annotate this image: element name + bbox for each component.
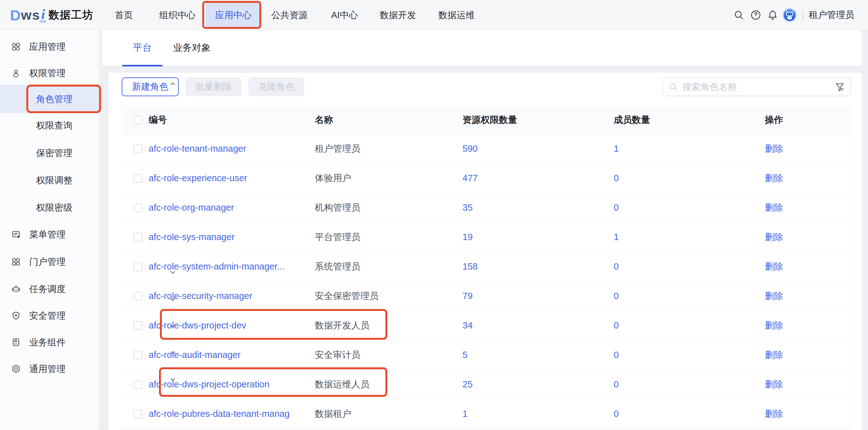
delete-link[interactable]: 删除	[765, 172, 783, 185]
sidebar-item[interactable]: 业务组件	[0, 328, 102, 356]
role-id-link[interactable]: afc-role-tenant-manager	[149, 143, 246, 154]
tab-business-object[interactable]: 业务对象	[162, 30, 221, 66]
delete-link[interactable]: 删除	[765, 378, 783, 391]
member-count-link[interactable]: 1	[614, 143, 619, 154]
role-id-link[interactable]: afc-role-security-manager	[149, 291, 252, 301]
clone-role-button[interactable]: 克隆角色	[248, 77, 304, 96]
row-checkbox[interactable]	[133, 292, 143, 301]
row-checkbox[interactable]	[133, 351, 143, 360]
sidebar-item[interactable]: 应用管理	[0, 33, 102, 61]
sidebar-item[interactable]: 菜单管理	[0, 220, 102, 249]
member-count-link[interactable]: 0	[614, 379, 619, 390]
select-all-checkbox[interactable]	[133, 115, 143, 125]
row-checkbox[interactable]	[133, 380, 143, 389]
delete-link[interactable]: 删除	[765, 201, 783, 214]
nav-item[interactable]: 数据运维	[438, 0, 475, 30]
delete-link[interactable]: 删除	[765, 408, 783, 420]
batch-delete-button[interactable]: 批量删除	[186, 77, 242, 96]
resource-count-link[interactable]: 158	[463, 261, 477, 272]
resource-count-link[interactable]: 590	[463, 143, 477, 154]
delete-link[interactable]: 删除	[765, 142, 783, 155]
sidebar-item[interactable]: 角色管理	[0, 85, 102, 113]
nav-item[interactable]: 首页	[115, 0, 133, 30]
role-id-link[interactable]: afc-role-dws-project-operation	[149, 379, 269, 390]
member-count-link[interactable]: 0	[614, 261, 619, 272]
row-checkbox[interactable]	[133, 174, 143, 183]
assistant-avatar[interactable]	[781, 0, 798, 30]
sidebar-item[interactable]: 安全管理	[0, 301, 102, 330]
member-count-link[interactable]: 0	[614, 320, 619, 331]
topbar-right: 租户管理员	[730, 0, 868, 30]
sidebar-item-label: 保密管理	[36, 139, 72, 167]
tab-platform[interactable]: 平台	[122, 30, 162, 66]
member-count-link[interactable]: 0	[614, 409, 619, 419]
chevron-down-icon	[85, 365, 92, 372]
table-header: 编号 名称 资源权限数量 成员数量 操作	[122, 106, 850, 134]
resource-count-link[interactable]: 477	[463, 173, 477, 183]
sidebar-item-label: 应用管理	[29, 33, 66, 61]
resource-count-link[interactable]: 79	[463, 291, 472, 301]
member-count-link[interactable]: 1	[614, 232, 619, 242]
resource-count-link[interactable]: 34	[463, 320, 472, 331]
role-id-link[interactable]: afc-role-sys-manager	[149, 232, 235, 242]
role-search-input[interactable]	[682, 82, 835, 92]
sidebar-item[interactable]: 权限管理	[0, 59, 102, 87]
user-role-label[interactable]: 租户管理员	[809, 9, 854, 21]
role-id-link[interactable]: afc-role-experience-user	[149, 173, 247, 183]
delete-link[interactable]: 删除	[765, 290, 783, 302]
sidebar-item[interactable]: 权限调整	[0, 166, 102, 194]
nav-item[interactable]: 公共资源	[271, 0, 308, 30]
nav-item[interactable]: 组织中心	[159, 0, 196, 30]
col-header-name: 名称	[315, 114, 333, 126]
member-count-link[interactable]: 0	[614, 173, 619, 183]
help-icon[interactable]	[747, 0, 764, 30]
role-id-link[interactable]: afc-role-audit-manager	[149, 350, 241, 360]
member-count-link[interactable]: 0	[614, 350, 619, 360]
role-search-box	[662, 77, 851, 96]
row-checkbox[interactable]	[133, 410, 143, 419]
bell-icon[interactable]	[764, 0, 781, 30]
resource-count-link[interactable]: 35	[463, 202, 472, 213]
row-checkbox[interactable]	[133, 203, 143, 212]
role-name: 数据开发人员	[315, 319, 369, 332]
filter-icon[interactable]	[835, 82, 845, 92]
robot-icon	[11, 284, 21, 294]
sidebar-item[interactable]: 权限查询	[0, 111, 102, 139]
search-icon[interactable]	[730, 0, 747, 30]
member-count-link[interactable]: 0	[614, 291, 619, 301]
nav-item[interactable]: 应用中心	[206, 2, 261, 28]
sidebar-item[interactable]: 门户管理	[0, 247, 102, 276]
sidebar-item-label: 权限调整	[36, 166, 72, 194]
row-checkbox[interactable]	[133, 233, 143, 242]
sidebar-item-label: 任务调度	[29, 275, 66, 303]
user-permission-icon	[11, 68, 21, 78]
member-count-link[interactable]: 0	[614, 202, 619, 213]
delete-link[interactable]: 删除	[765, 349, 783, 361]
resource-count-link[interactable]: 1	[463, 409, 468, 419]
table-row: afc-role-dws-project-operation 数据运维人员 25…	[122, 370, 850, 399]
resource-count-link[interactable]: 5	[463, 350, 468, 360]
delete-link[interactable]: 删除	[765, 231, 783, 243]
role-id-link[interactable]: afc-role-org-manager	[149, 202, 234, 213]
delete-link[interactable]: 删除	[765, 260, 783, 273]
row-checkbox[interactable]	[133, 144, 143, 153]
nav-item[interactable]: 数据开发	[380, 0, 416, 30]
delete-link[interactable]: 删除	[765, 319, 783, 332]
nav-item[interactable]: AI中心	[331, 0, 358, 30]
chevron-down-icon	[85, 339, 92, 346]
row-checkbox[interactable]	[133, 262, 143, 271]
role-id-link[interactable]: afc-role-dws-project-dev	[149, 320, 246, 331]
role-id-link[interactable]: afc-role-pubres-data-tenant-manag	[149, 409, 290, 419]
table-row: afc-role-system-admin-manager... 系统管理员 1…	[122, 252, 850, 282]
row-checkbox[interactable]	[133, 321, 143, 330]
sidebar-item[interactable]: 保密管理	[0, 139, 102, 167]
sidebar-item-label: 业务组件	[29, 328, 66, 356]
resource-count-link[interactable]: 25	[463, 379, 472, 390]
sidebar-item[interactable]: 通用管理	[0, 355, 102, 383]
col-header-id: 编号	[149, 114, 167, 126]
table-row: afc-role-dws-project-dev 数据开发人员 34 0 删除	[122, 311, 850, 340]
sidebar-item[interactable]: 权限密级	[0, 193, 102, 222]
resource-count-link[interactable]: 19	[463, 232, 472, 242]
app-logo[interactable]: D ws i 数据工坊	[10, 0, 94, 30]
sidebar-item[interactable]: 任务调度	[0, 275, 102, 303]
